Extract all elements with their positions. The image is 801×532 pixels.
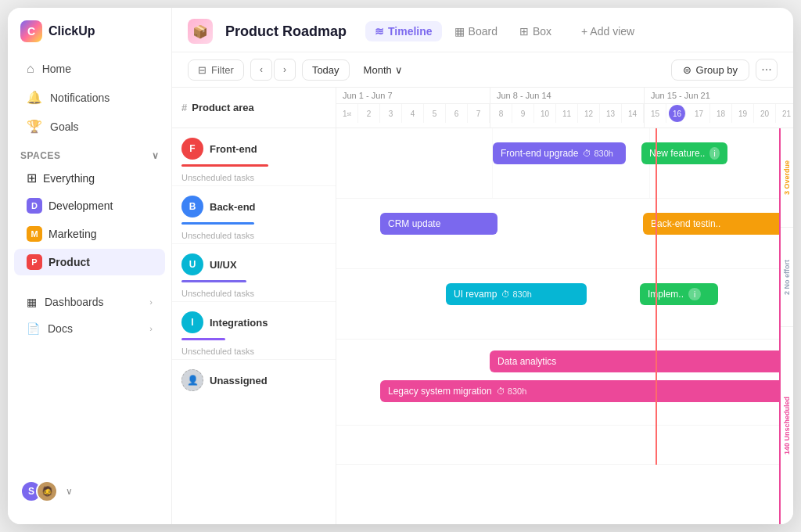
bar-implement-info-icon[interactable]: i (688, 288, 701, 300)
no-effort-label-area: 2 No effort (781, 228, 793, 327)
group-header-integrations: I Integrations (181, 311, 326, 333)
bar-legacy-migration-hours: ⏱ 830h (497, 386, 527, 396)
sidebar-item-product[interactable]: P Product (14, 249, 165, 275)
bar-new-feature[interactable]: New feature.. i (641, 142, 727, 164)
logo-icon: C (20, 20, 42, 42)
footer-chevron-icon[interactable]: ∨ (66, 486, 73, 497)
tab-board[interactable]: ▦ Board (445, 21, 507, 41)
spaces-chevron-icon[interactable]: ∨ (152, 150, 160, 161)
add-view-button[interactable]: + Add view (573, 21, 642, 41)
gantt-left-panel: # Product area F Front-end Unscheduled t… (172, 88, 336, 524)
tab-box[interactable]: ⊞ Box (510, 21, 561, 41)
sidebar-item-label-goals: Goals (50, 120, 79, 133)
month-chevron-icon: ∨ (395, 64, 403, 76)
day-11: 11 (556, 104, 578, 123)
sidebar-item-home[interactable]: ⌂ Home (14, 56, 165, 82)
sidebar-footer: S 🧔 ∨ (8, 471, 171, 512)
backend-name: Back-end (210, 201, 256, 213)
view-tabs: ≋ Timeline ▦ Board ⊞ Box (365, 21, 561, 41)
group-left-frontend: F Front-end Unscheduled tasks (172, 128, 336, 186)
unassigned-avatar: 👤 (181, 369, 203, 391)
bar-crm-update[interactable]: CRM update (380, 213, 497, 235)
filter-button[interactable]: ⊟ Filter (188, 59, 244, 81)
bar-frontend-upgrade[interactable]: Front-end upgrade ⏱ 830h (493, 142, 626, 164)
spaces-section-header: Spaces ∨ (8, 141, 171, 164)
group-by-icon: ⊜ (683, 64, 691, 76)
today-button[interactable]: Today (302, 59, 350, 81)
day-2: 2 (358, 104, 380, 123)
frontend-progress (181, 164, 268, 167)
backend-progress (181, 222, 254, 225)
integrations-progress (181, 338, 225, 340)
day-15: 15 (645, 104, 666, 123)
sidebar-item-label-development: Development (48, 200, 113, 212)
bar-new-feature-label: New feature.. (649, 148, 705, 159)
week-group-1: Jun 1 - Jun 7 1st 2 3 4 5 6 7 (336, 88, 490, 128)
day-20: 20 (754, 104, 776, 123)
sidebar-item-dashboards[interactable]: ▦ Dashboards › (14, 289, 165, 315)
group-header-uiux: U UI/UX (181, 253, 326, 275)
page-header: 📦 Product Roadmap ≋ Timeline ▦ Board ⊞ B… (172, 8, 793, 52)
day-5: 5 (424, 104, 446, 123)
uiux-unscheduled: Unscheduled tasks (181, 289, 326, 301)
bar-backend-testing[interactable]: Back-end testin.. (643, 213, 793, 235)
uiux-avatar: U (181, 253, 203, 275)
day-13: 13 (600, 104, 622, 123)
unscheduled-label-area: 140 Unscheduled (781, 327, 793, 524)
bar-frontend-upgrade-hours: ⏱ 830h (583, 149, 613, 158)
no-effort-label: 2 No effort (783, 260, 791, 295)
uiux-progress (181, 280, 246, 282)
sidebar-item-marketing[interactable]: M Marketing (14, 221, 165, 247)
trophy-icon: 🏆 (27, 119, 42, 134)
bar-data-analytics-label: Data analytics (497, 356, 556, 367)
prev-arrow-button[interactable]: ‹ (250, 59, 272, 81)
bar-data-analytics[interactable]: Data analytics (490, 350, 793, 372)
sidebar-item-label-everything: Everything (43, 172, 95, 185)
week-days-1: 1st 2 3 4 5 6 7 (336, 104, 490, 123)
day-17: 17 (688, 104, 710, 123)
app-window: C ClickUp ⌂ Home 🔔 Notifications 🏆 Goals… (8, 8, 793, 524)
sidebar-item-everything[interactable]: ⊞ Everything (14, 165, 165, 191)
sidebar-item-docs[interactable]: 📄 Docs › (14, 316, 165, 341)
sidebar-item-label-docs: Docs (48, 322, 142, 335)
sidebar-item-development[interactable]: D Development (14, 192, 165, 219)
overdue-label-area: 3 Overdue (781, 128, 793, 228)
logo-area: C ClickUp (8, 20, 171, 55)
gantt-right-panel: Jun 1 - Jun 7 1st 2 3 4 5 6 7 (336, 88, 793, 524)
bar-implement[interactable]: Implem.. i (640, 283, 718, 305)
development-badge: D (27, 198, 42, 214)
sidebar-item-notifications[interactable]: 🔔 Notifications (14, 84, 165, 111)
day-8: 8 (490, 104, 512, 123)
week-label-3: Jun 15 - Jun 21 (645, 88, 793, 104)
sidebar-item-goals[interactable]: 🏆 Goals (14, 113, 165, 140)
board-icon: ▦ (454, 25, 465, 38)
day-16-today: 16 (669, 105, 686, 122)
timeline-weeks: Jun 1 - Jun 7 1st 2 3 4 5 6 7 (336, 88, 793, 128)
group-header-unassigned: 👤 Unassigned (181, 369, 326, 391)
week-days-2: 8 9 10 11 12 13 14 (490, 104, 644, 123)
group-left-integrations: I Integrations Unscheduled tasks (172, 302, 336, 360)
sidebar: C ClickUp ⌂ Home 🔔 Notifications 🏆 Goals… (8, 8, 172, 524)
bar-legacy-migration[interactable]: Legacy system migration ⏱ 830h (380, 380, 793, 402)
bar-ui-revamp-label: UI revamp (454, 289, 497, 300)
bar-ui-revamp[interactable]: UI revamp ⏱ 830h (446, 283, 587, 305)
month-dropdown-button[interactable]: Month ∨ (356, 60, 411, 80)
backend-avatar: B (181, 196, 203, 217)
day-18: 18 (710, 104, 732, 123)
group-by-button[interactable]: ⊜ Group by (671, 59, 749, 81)
bar-new-feature-info-icon[interactable]: i (709, 147, 720, 160)
backend-unscheduled: Unscheduled tasks (181, 231, 326, 243)
integrations-name: Integrations (210, 317, 268, 329)
gantt-timeline-header: Jun 1 - Jun 7 1st 2 3 4 5 6 7 (336, 88, 793, 128)
dashboards-chevron-icon: › (149, 297, 153, 307)
right-side-labels: 3 Overdue 2 No effort 140 Unscheduled (779, 128, 793, 524)
tab-timeline[interactable]: ≋ Timeline (365, 21, 442, 41)
product-area-icon: # (181, 102, 187, 113)
docs-chevron-icon: › (149, 324, 153, 333)
next-arrow-button[interactable]: › (274, 59, 296, 81)
more-options-button[interactable]: ··· (756, 59, 778, 81)
product-badge: P (27, 254, 42, 270)
integrations-avatar: I (181, 311, 203, 333)
unassigned-name: Unassigned (210, 375, 268, 386)
group-header-backend: B Back-end (181, 196, 326, 217)
